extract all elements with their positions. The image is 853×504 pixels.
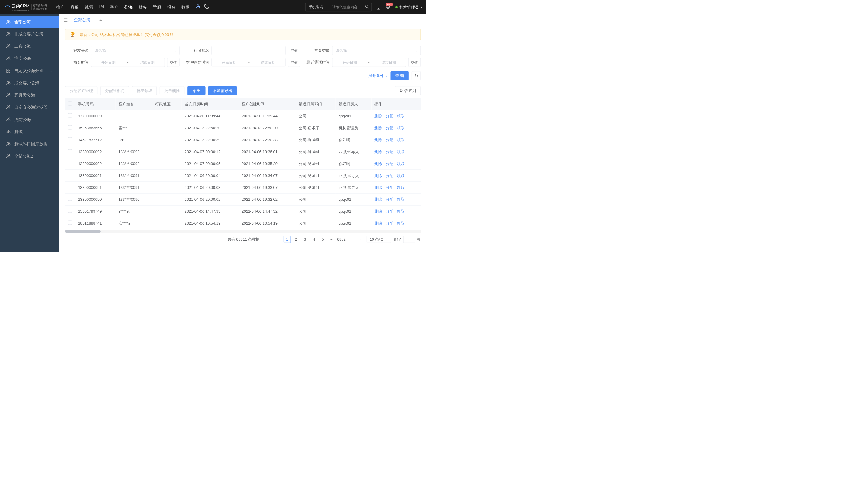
scroll-thumb[interactable] xyxy=(65,230,101,233)
row-checkbox[interactable] xyxy=(68,197,72,201)
tab-collapse-icon[interactable]: ☰ xyxy=(62,18,69,23)
prev-page-button[interactable]: ‹ xyxy=(275,236,282,243)
filter-region-empty-button[interactable]: 空值 xyxy=(288,46,300,55)
export-plain-button[interactable]: 不加密导出 xyxy=(208,86,237,95)
filter-abandon-time-range[interactable]: 开始日期~结束日期 xyxy=(91,58,165,67)
nav-item[interactable]: 公海 xyxy=(124,4,132,10)
sidebar-item[interactable]: 五月天公海 xyxy=(0,89,59,101)
nav-item[interactable]: 推广 xyxy=(56,4,65,10)
sidebar-item[interactable]: 二咨公海 xyxy=(0,40,59,52)
assign-manager-button[interactable]: 分配客户经理 xyxy=(65,86,97,95)
page-number[interactable]: 5 xyxy=(319,236,326,243)
assign-link[interactable]: 分配 xyxy=(386,125,394,131)
sidebar-item[interactable]: 成交客户公海 xyxy=(0,77,59,89)
delete-link[interactable]: 删除 xyxy=(375,221,382,226)
claim-link[interactable]: 领取 xyxy=(397,125,404,131)
claim-link[interactable]: 领取 xyxy=(397,137,404,143)
page-number[interactable]: 3 xyxy=(302,236,309,243)
batch-claim-button[interactable]: 批量领取 xyxy=(132,86,157,95)
page-size-select[interactable]: 10 条/页⌄ xyxy=(367,236,391,243)
nav-item[interactable]: 数据 xyxy=(181,4,190,10)
delete-link[interactable]: 删除 xyxy=(375,125,382,131)
assign-link[interactable]: 分配 xyxy=(386,161,394,166)
filter-create-time-range[interactable]: 开始日期~结束日期 xyxy=(212,58,286,67)
row-checkbox[interactable] xyxy=(68,137,72,142)
search-type-select[interactable]: 手机号码⌄ xyxy=(306,3,330,11)
row-checkbox[interactable] xyxy=(68,185,72,189)
sidebar-item[interactable]: 自定义公海分组⌄ xyxy=(0,65,59,77)
page-number[interactable]: 4 xyxy=(310,236,317,243)
claim-link[interactable]: 领取 xyxy=(397,209,404,214)
search-input[interactable] xyxy=(330,3,363,11)
filter-abandon-type-select[interactable]: 请选择⌄ xyxy=(332,46,420,55)
delete-link[interactable]: 删除 xyxy=(375,197,382,202)
nav-item[interactable]: 报名 xyxy=(167,4,176,10)
nav-item[interactable]: 财务 xyxy=(139,4,147,10)
filter-region-select[interactable]: ⌄ xyxy=(212,46,286,55)
filter-last-call-range[interactable]: 开始日期~结束日期 xyxy=(332,58,406,67)
columns-button[interactable]: ⚙设置列 xyxy=(395,86,421,95)
assign-link[interactable]: 分配 xyxy=(386,185,394,190)
sidebar-item[interactable]: 测试昨日回库数据 xyxy=(0,138,59,150)
delete-link[interactable]: 删除 xyxy=(375,185,382,190)
delete-link[interactable]: 删除 xyxy=(375,137,382,143)
assign-link[interactable]: 分配 xyxy=(386,173,394,178)
assign-link[interactable]: 分配 xyxy=(386,197,394,202)
page-ellipsis[interactable]: ··· xyxy=(328,236,335,243)
export-button[interactable]: 导 出 xyxy=(187,86,205,95)
user-menu[interactable]: 机构管理员 ▾ xyxy=(395,4,422,10)
row-checkbox[interactable] xyxy=(68,221,72,225)
sidebar-item[interactable]: 消防公海 xyxy=(0,113,59,126)
page-number[interactable]: 6882 xyxy=(337,236,346,243)
row-checkbox[interactable] xyxy=(68,173,72,177)
filter-create-time-empty-button[interactable]: 空值 xyxy=(288,58,300,67)
assign-link[interactable]: 分配 xyxy=(386,221,394,226)
tab-all-public[interactable]: 全部公海 xyxy=(69,14,95,26)
filter-abandon-time-empty-button[interactable]: 空值 xyxy=(167,58,180,67)
claim-link[interactable]: 领取 xyxy=(397,161,404,166)
sidebar-item[interactable]: 自定义公海过滤器 xyxy=(0,101,59,113)
row-checkbox[interactable] xyxy=(68,125,72,130)
delete-link[interactable]: 删除 xyxy=(375,149,382,155)
claim-link[interactable]: 领取 xyxy=(397,185,404,190)
row-checkbox[interactable] xyxy=(68,161,72,165)
sidebar-item[interactable]: 测试 xyxy=(0,126,59,138)
page-jump-input[interactable] xyxy=(403,236,415,243)
claim-link[interactable]: 领取 xyxy=(397,173,404,178)
next-page-button[interactable]: › xyxy=(357,236,364,243)
sidebar-item[interactable]: 全部公海2 xyxy=(0,150,59,162)
sidebar-item[interactable]: 全部公海 xyxy=(0,16,59,28)
sidebar-item[interactable]: 非成交客户公海 xyxy=(0,28,59,40)
claim-link[interactable]: 领取 xyxy=(397,113,404,119)
select-all-checkbox[interactable] xyxy=(68,102,72,106)
filter-last-call-empty-button[interactable]: 空值 xyxy=(408,58,420,67)
query-button[interactable]: 查 询 xyxy=(391,71,409,80)
expand-filters-link[interactable]: 展开条件⌄ xyxy=(368,73,388,79)
bell-icon[interactable]: 99+ xyxy=(385,4,391,11)
nav-item[interactable]: 学服 xyxy=(153,4,161,10)
refresh-icon[interactable]: ↻ xyxy=(412,71,420,80)
delete-link[interactable]: 删除 xyxy=(375,161,382,166)
batch-delete-button[interactable]: 批量删除 xyxy=(160,86,184,95)
delete-link[interactable]: 删除 xyxy=(375,113,382,119)
nav-item[interactable]: 线索 xyxy=(85,4,93,10)
assign-link[interactable]: 分配 xyxy=(386,209,394,214)
nav-item[interactable]: 客户 xyxy=(110,4,118,10)
row-checkbox[interactable] xyxy=(68,149,72,154)
assign-link[interactable]: 分配 xyxy=(386,137,394,143)
horizontal-scrollbar[interactable] xyxy=(65,230,420,233)
delete-link[interactable]: 删除 xyxy=(375,209,382,214)
search-icon[interactable] xyxy=(363,4,372,10)
assign-link[interactable]: 分配 xyxy=(386,113,394,119)
row-checkbox[interactable] xyxy=(68,209,72,213)
nav-item[interactable]: 客服 xyxy=(71,4,79,10)
sidebar-item[interactable]: 注安公海 xyxy=(0,52,59,65)
row-checkbox[interactable] xyxy=(68,113,72,118)
add-tab-icon[interactable]: + xyxy=(95,18,107,23)
nav-item[interactable]: IM xyxy=(99,4,104,10)
assign-link[interactable]: 分配 xyxy=(386,149,394,155)
claim-link[interactable]: 领取 xyxy=(397,221,404,226)
page-number[interactable]: 1 xyxy=(284,236,291,243)
assign-dept-button[interactable]: 分配到部门 xyxy=(101,86,129,95)
claim-link[interactable]: 领取 xyxy=(397,197,404,202)
